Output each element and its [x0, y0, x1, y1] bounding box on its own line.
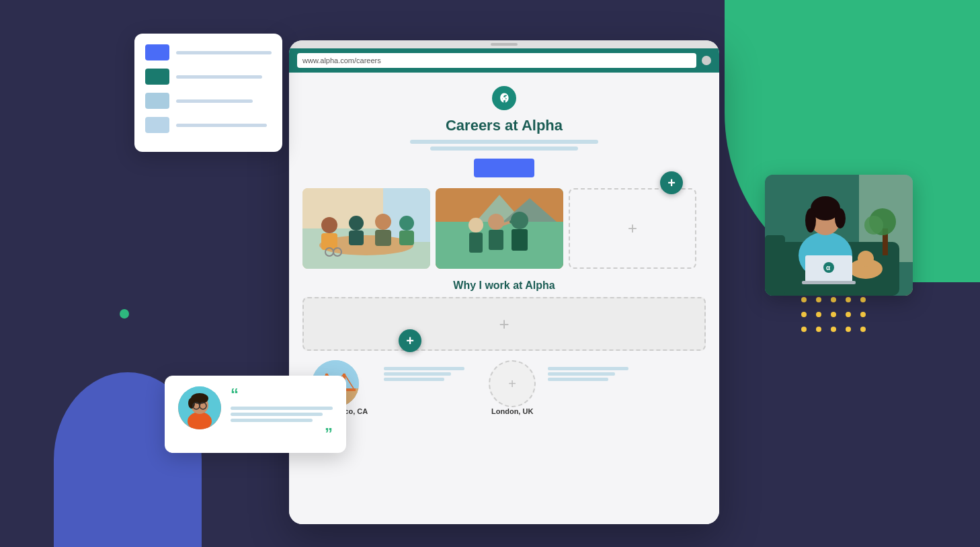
svg-rect-21 — [489, 230, 503, 250]
svg-point-18 — [468, 218, 483, 233]
london-circle[interactable]: + — [489, 360, 536, 407]
green-dot-decoration — [120, 309, 129, 319]
london-lines — [548, 367, 628, 381]
careers-title: Careers at Alpha — [302, 117, 706, 134]
svg-point-53 — [858, 251, 874, 267]
svg-text:α: α — [826, 264, 831, 271]
why-title: Why I work at Alpha — [302, 280, 706, 292]
svg-rect-23 — [512, 229, 528, 251]
team-meeting-image — [302, 188, 430, 269]
quote-lines — [231, 407, 333, 422]
london-plus-icon: + — [508, 376, 516, 392]
list-card-item — [145, 69, 272, 85]
list-item-color-4 — [145, 117, 169, 133]
list-item-color-3 — [145, 93, 169, 109]
sf-lines — [384, 367, 464, 417]
london-name: London, UK — [491, 407, 533, 415]
svg-point-6 — [349, 216, 364, 230]
why-section: Why I work at Alpha + — [302, 280, 706, 351]
tablet-top-bar — [289, 40, 719, 48]
location-london: + London, UK — [489, 360, 536, 417]
plus-icon-dashed: + — [628, 219, 637, 238]
svg-point-4 — [321, 217, 337, 233]
svg-point-22 — [511, 212, 528, 229]
list-item-color-2 — [145, 69, 169, 85]
list-item-lines-3 — [176, 99, 272, 103]
svg-point-51 — [835, 208, 846, 228]
list-item-lines-2 — [176, 75, 272, 79]
url-text: www.alpha.com/careers — [302, 56, 381, 65]
svg-rect-19 — [469, 233, 483, 253]
svg-point-58 — [864, 216, 883, 235]
alpha-logo-icon — [492, 86, 516, 110]
quote-close: ” — [231, 426, 333, 442]
list-card-item — [145, 117, 272, 133]
svg-rect-9 — [375, 230, 391, 246]
svg-rect-11 — [399, 230, 414, 245]
quote-open: “ — [231, 386, 333, 403]
locations-section: San Francisco, CA + London, UK — [302, 360, 706, 417]
svg-rect-55 — [802, 281, 856, 284]
team-sports-image — [436, 188, 563, 269]
svg-point-10 — [399, 216, 414, 230]
svg-point-50 — [805, 208, 816, 233]
testimonial-text: “ ” — [231, 386, 333, 442]
home-indicator — [491, 43, 518, 46]
testimonial-card: “ ” — [165, 376, 346, 453]
cta-button-container — [302, 159, 706, 177]
list-card — [134, 34, 282, 152]
list-card-item — [145, 93, 272, 109]
alpha-logo — [302, 86, 706, 110]
list-item-lines-4 — [176, 124, 272, 127]
svg-rect-7 — [349, 230, 364, 245]
browser-button — [702, 56, 711, 65]
svg-rect-46 — [765, 235, 785, 296]
photo-card: α — [765, 175, 913, 296]
svg-point-8 — [375, 214, 391, 230]
website-content: Careers at Alpha — [289, 73, 719, 524]
image-placeholder[interactable]: + — [569, 188, 696, 269]
list-card-item — [145, 44, 272, 60]
plus-button-middle-left[interactable]: + — [399, 329, 421, 352]
why-dashed-box[interactable]: + — [302, 297, 706, 351]
plus-button-top-right[interactable]: + — [660, 171, 683, 194]
list-item-color-1 — [145, 44, 169, 60]
cta-button[interactable] — [474, 159, 534, 177]
subtitle-lines — [302, 140, 706, 151]
why-plus-icon: + — [499, 314, 509, 335]
testimonial-avatar — [178, 386, 221, 429]
url-bar[interactable]: www.alpha.com/careers — [297, 53, 696, 68]
list-item-lines-1 — [176, 51, 272, 54]
tablet-mockup: www.alpha.com/careers Careers at Alpha — [289, 40, 719, 524]
images-row: + — [302, 188, 706, 269]
browser-bar: www.alpha.com/careers — [289, 48, 719, 73]
